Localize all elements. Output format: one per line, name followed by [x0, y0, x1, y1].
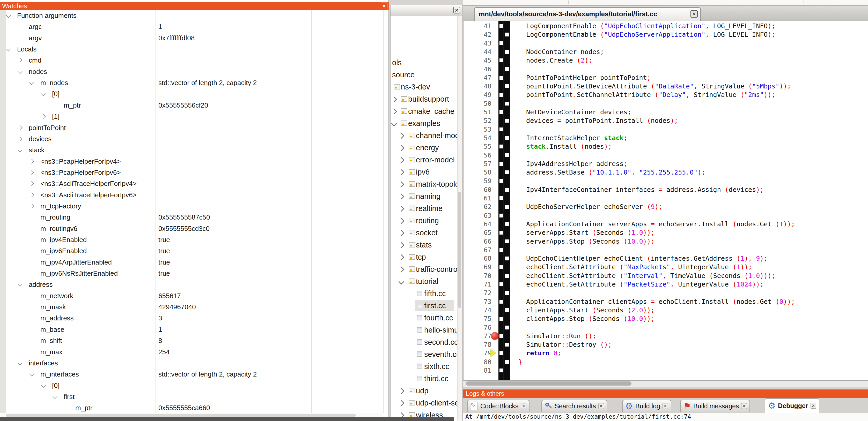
chevron-down-icon[interactable]: [29, 371, 34, 376]
chevron-right-icon[interactable]: [399, 388, 404, 394]
chevron-right-icon[interactable]: [18, 125, 22, 130]
code-line[interactable]: 64 ApplicationContainer serverApps = ech…: [464, 220, 868, 229]
code-line[interactable]: 51 NetDeviceContainer devices;: [464, 108, 868, 117]
watch-row[interactable]: m_tcpFactory: [6, 200, 383, 212]
line-number[interactable]: 64: [464, 220, 492, 228]
code-line[interactable]: 58 address.SetBase ("10.1.1.0", "255.255…: [464, 168, 868, 177]
chevron-right-icon[interactable]: [18, 58, 22, 63]
line-number[interactable]: 68: [464, 255, 492, 262]
watch-row[interactable]: argc1: [6, 21, 383, 33]
code-line[interactable]: 77 Simulator::Run ();: [464, 332, 868, 341]
watch-row[interactable]: interfaces: [6, 357, 383, 369]
line-number[interactable]: 48: [464, 83, 492, 90]
line-number[interactable]: 63: [464, 212, 492, 219]
close-icon[interactable]: ×: [662, 403, 668, 409]
chevron-right-icon[interactable]: [399, 169, 404, 175]
close-icon[interactable]: ×: [521, 403, 526, 409]
line-number[interactable]: 60: [464, 186, 492, 193]
chevron-right-icon[interactable]: [399, 400, 404, 406]
code-text[interactable]: echoClient.SetAttribute ("MaxPackets", U…: [518, 263, 752, 271]
watch-row[interactable]: <ns3::AsciiTraceHelperForIpv6>: [6, 189, 383, 201]
chevron-right-icon[interactable]: [29, 159, 34, 163]
watch-row[interactable]: address: [6, 279, 383, 290]
line-number[interactable]: 47: [464, 74, 492, 82]
chevron-right-icon[interactable]: [399, 194, 404, 200]
line-number[interactable]: 42: [464, 31, 492, 38]
tree-item-fifth-cc[interactable]: fifth.cc: [391, 288, 462, 300]
code-text[interactable]: pointToPoint.SetDeviceAttribute ("DataRa…: [518, 83, 791, 90]
watch-row[interactable]: m_ipv6NsRsJitterEnabledtrue: [6, 268, 383, 279]
code-line[interactable]: 61: [464, 194, 868, 203]
line-number[interactable]: 79: [464, 349, 492, 357]
code-text[interactable]: pointToPoint.SetChannelAttribute ("Delay…: [518, 91, 775, 99]
code-text[interactable]: ApplicationContainer clientApps = echoCl…: [518, 298, 795, 305]
watch-row[interactable]: Function arguments: [6, 10, 383, 22]
watch-row[interactable]: [1]: [6, 111, 383, 122]
watch-row[interactable]: <ns3::PcapHelperForIpv6>: [6, 167, 383, 179]
chevron-right-icon[interactable]: [399, 182, 404, 188]
line-number[interactable]: 54: [464, 134, 492, 142]
logs-panel-header[interactable]: Logs & others: [463, 389, 868, 398]
code-text[interactable]: Simulator::Destroy ();: [518, 341, 612, 348]
line-number[interactable]: 43: [464, 39, 492, 47]
chevron-right-icon[interactable]: [41, 114, 45, 119]
tree-item-examples[interactable]: examples: [391, 118, 462, 130]
line-number[interactable]: 62: [464, 203, 492, 210]
code-text[interactable]: UdpEchoClientHelper echoClient (interfac…: [518, 255, 768, 262]
code-line[interactable]: 81: [464, 366, 868, 375]
code-text[interactable]: NetDeviceContainer devices;: [518, 108, 631, 116]
tree-item-socket[interactable]: socket: [391, 227, 462, 239]
watch-row[interactable]: m_base1: [6, 324, 383, 335]
code-line[interactable]: 68 UdpEchoClientHelper echoClient (inter…: [464, 254, 868, 263]
code-line[interactable]: 79 return 0;: [464, 349, 868, 358]
code-line[interactable]: 53: [464, 125, 868, 134]
tree-item-energy[interactable]: energy: [391, 142, 462, 154]
tree-item-matrix-topolo[interactable]: matrix-topolo: [391, 178, 462, 190]
tree-scrollbar[interactable]: [457, 16, 462, 420]
watch-row[interactable]: m_shift8: [6, 335, 383, 347]
code-line[interactable]: 47 PointToPointHelper pointToPoint;: [464, 73, 868, 82]
watch-row[interactable]: stack: [6, 144, 383, 156]
line-number[interactable]: 41: [464, 22, 492, 30]
watch-row[interactable]: [0]: [6, 380, 383, 391]
logs-tab-build-log[interactable]: ⚙Build log×: [622, 400, 671, 412]
code-line[interactable]: 70 echoClient.SetAttribute ("Interval", …: [464, 271, 868, 280]
logs-tab-search-results[interactable]: Search results×: [541, 400, 607, 412]
watch-row[interactable]: m_ptr0x5555555ca660: [6, 402, 383, 414]
line-number[interactable]: 58: [464, 169, 492, 176]
chevron-right-icon[interactable]: [399, 157, 404, 163]
watch-row[interactable]: Locals: [6, 43, 383, 55]
chevron-right-icon[interactable]: [29, 192, 34, 197]
chevron-right-icon[interactable]: [29, 170, 34, 174]
line-number[interactable]: 61: [464, 194, 492, 202]
close-icon[interactable]: ×: [381, 3, 388, 9]
chevron-right-icon[interactable]: [18, 136, 22, 141]
line-number[interactable]: 78: [464, 341, 492, 348]
line-number[interactable]: 72: [464, 289, 492, 297]
code-line[interactable]: 76: [464, 323, 868, 332]
editor-hscrollbar[interactable]: [463, 380, 868, 387]
code-line[interactable]: 60 Ipv4InterfaceContainer interfaces = a…: [464, 186, 868, 194]
line-number[interactable]: 49: [464, 91, 492, 99]
code-line[interactable]: 78 Simulator::Destroy ();: [464, 340, 868, 349]
watch-row[interactable]: argv0x7fffffffdf08: [6, 32, 383, 44]
code-line[interactable]: 43: [464, 39, 868, 48]
close-icon[interactable]: ×: [454, 7, 460, 13]
code-line[interactable]: 80}: [464, 358, 868, 366]
chevron-down-icon[interactable]: [6, 13, 10, 18]
code-text[interactable]: devices = pointToPoint.Install (nodes);: [518, 117, 678, 124]
watch-row[interactable]: m_nodesstd::vector of length 2, capacity…: [6, 77, 383, 89]
code-text[interactable]: return 0;: [518, 349, 561, 357]
watch-row[interactable]: <ns3::AsciiTraceHelperForIpv4>: [6, 178, 383, 190]
code-text[interactable]: UdpEchoServerHelper echoServer (9);: [518, 203, 662, 210]
code-text[interactable]: }: [518, 358, 522, 366]
tree-item-hello-simul[interactable]: hello-simul: [391, 324, 462, 336]
close-icon[interactable]: ×: [810, 403, 816, 409]
code-text[interactable]: clientApps.Start (Seconds (2.0));: [518, 306, 655, 314]
code-line[interactable]: 48 pointToPoint.SetDeviceAttribute ("Dat…: [464, 82, 868, 91]
code-text[interactable]: echoClient.SetAttribute ("Interval", Tim…: [518, 272, 775, 280]
line-number[interactable]: 55: [464, 143, 492, 150]
code-text[interactable]: clientApps.Stop (Seconds (10.0));: [518, 315, 655, 322]
code-line[interactable]: 54 InternetStackHelper stack;: [464, 134, 868, 142]
code-line[interactable]: 52 devices = pointToPoint.Install (nodes…: [464, 117, 868, 125]
